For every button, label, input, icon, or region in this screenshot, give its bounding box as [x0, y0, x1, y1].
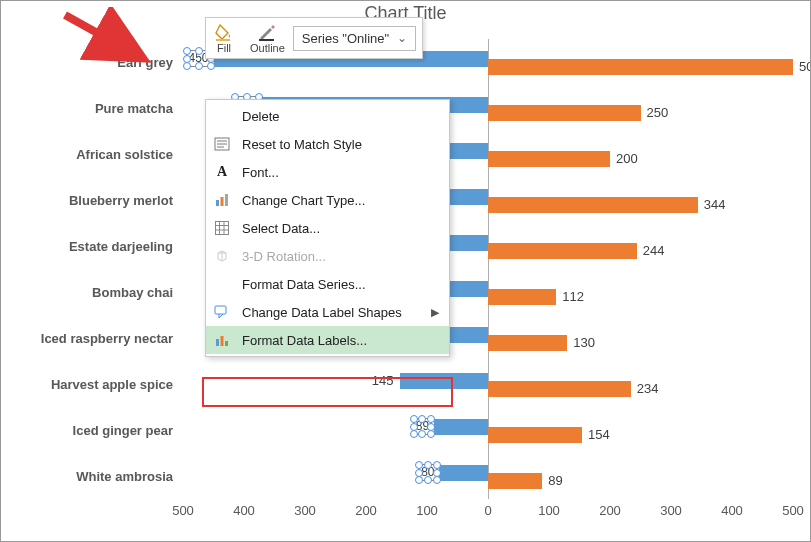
selection-handle[interactable]: [424, 476, 432, 484]
menu-font-label: Font...: [242, 165, 279, 180]
menu-format-series-label: Format Data Series...: [242, 277, 366, 292]
x-tick-label: 400: [721, 503, 743, 518]
cube-icon: [212, 247, 232, 265]
data-label-online[interactable]: 244: [637, 243, 665, 259]
bar-in-store[interactable]: [434, 419, 488, 435]
data-label-online[interactable]: 112: [556, 289, 584, 305]
menu-3d-label: 3-D Rotation...: [242, 249, 326, 264]
bar-online[interactable]: [488, 151, 610, 167]
chart-row: 234145: [183, 369, 793, 399]
bar-in-store[interactable]: [400, 373, 488, 389]
x-tick-label: 500: [172, 503, 194, 518]
bar-in-store[interactable]: [439, 465, 488, 481]
x-tick-label: 300: [294, 503, 316, 518]
bar-online[interactable]: [488, 59, 793, 75]
selection-handle[interactable]: [418, 415, 426, 423]
fill-icon: [214, 22, 234, 42]
outline-icon: [250, 22, 285, 42]
x-tick-label: 300: [660, 503, 682, 518]
menu-format-labels-label: Format Data Labels...: [242, 333, 367, 348]
category-label: Harvest apple spice: [51, 377, 173, 392]
selection-handle[interactable]: [433, 461, 441, 469]
svg-line-0: [65, 15, 137, 55]
bar-online[interactable]: [488, 105, 641, 121]
selection-handle[interactable]: [195, 47, 203, 55]
chart-type-icon: [212, 191, 232, 209]
bar-online[interactable]: [488, 243, 637, 259]
selection-handle[interactable]: [427, 415, 435, 423]
label-shape-icon: [212, 303, 232, 321]
bar-online[interactable]: [488, 335, 567, 351]
menu-format-data-labels[interactable]: Format Data Labels...: [206, 326, 449, 354]
selection-handle[interactable]: [433, 476, 441, 484]
blank-icon: [212, 275, 232, 293]
selection-handle[interactable]: [415, 461, 423, 469]
selection-handle[interactable]: [424, 461, 432, 469]
x-tick-label: 100: [538, 503, 560, 518]
data-label-online[interactable]: 130: [567, 335, 595, 351]
menu-select-data[interactable]: Select Data...: [206, 214, 449, 242]
selection-handle[interactable]: [207, 62, 215, 70]
x-tick-label: 400: [233, 503, 255, 518]
category-axis: Earl greyPure matchaAfrican solsticeBlue…: [1, 39, 181, 499]
x-tick-label: 0: [484, 503, 491, 518]
selection-handle[interactable]: [410, 415, 418, 423]
svg-rect-9: [216, 339, 219, 346]
menu-change-type-label: Change Chart Type...: [242, 193, 365, 208]
data-label-online[interactable]: 200: [610, 151, 638, 167]
selection-handle[interactable]: [410, 430, 418, 438]
data-label-online[interactable]: 154: [582, 427, 610, 443]
menu-change-shapes-label: Change Data Label Shapes: [242, 305, 402, 320]
selected-data-label[interactable]: 80: [418, 464, 437, 481]
mini-toolbar: Fill Outline Series "Online" ⌄: [205, 17, 423, 59]
menu-reset-style[interactable]: Reset to Match Style: [206, 130, 449, 158]
data-label-in-store[interactable]: 145: [372, 373, 400, 389]
bar-online[interactable]: [488, 289, 556, 305]
category-label: Bombay chai: [92, 285, 173, 300]
selection-handle[interactable]: [195, 62, 203, 70]
series-selector-dropdown[interactable]: Series "Online" ⌄: [293, 26, 416, 51]
outline-button[interactable]: Outline: [242, 18, 293, 58]
bar-online[interactable]: [488, 473, 542, 489]
svg-rect-1: [216, 39, 230, 41]
svg-rect-8: [215, 306, 226, 314]
selection-handle[interactable]: [427, 423, 435, 431]
chart-row: 89: [183, 461, 793, 491]
svg-rect-2: [259, 39, 274, 41]
selection-handle[interactable]: [183, 62, 191, 70]
selection-handle[interactable]: [427, 430, 435, 438]
bar-online[interactable]: [488, 427, 582, 443]
data-label-online[interactable]: 344: [698, 197, 726, 213]
data-label-online[interactable]: 250: [641, 105, 669, 121]
svg-rect-10: [221, 336, 224, 346]
selected-data-label[interactable]: 89: [413, 418, 432, 435]
bar-online[interactable]: [488, 381, 631, 397]
selection-handle[interactable]: [183, 55, 191, 63]
data-label-online[interactable]: 89: [542, 473, 562, 489]
bar-online[interactable]: [488, 197, 698, 213]
font-icon: A: [212, 163, 232, 181]
svg-rect-6: [225, 194, 228, 206]
selection-handle[interactable]: [410, 423, 418, 431]
selection-handle[interactable]: [183, 47, 191, 55]
menu-change-chart-type[interactable]: Change Chart Type...: [206, 186, 449, 214]
data-label-online[interactable]: 234: [631, 381, 659, 397]
selection-handle[interactable]: [415, 469, 423, 477]
svg-rect-7: [216, 222, 229, 235]
selection-handle[interactable]: [433, 469, 441, 477]
data-label-online[interactable]: 500: [793, 59, 811, 75]
blank-icon: [212, 107, 232, 125]
menu-3d-rotation: 3-D Rotation...: [206, 242, 449, 270]
svg-rect-4: [216, 200, 219, 206]
menu-font[interactable]: A Font...: [206, 158, 449, 186]
value-axis: 5004003002001000100200300400500: [183, 503, 793, 529]
category-label: Blueberry merlot: [69, 193, 173, 208]
menu-delete[interactable]: Delete: [206, 102, 449, 130]
menu-reset-label: Reset to Match Style: [242, 137, 362, 152]
menu-delete-label: Delete: [242, 109, 280, 124]
menu-format-data-series[interactable]: Format Data Series...: [206, 270, 449, 298]
category-label: Estate darjeeling: [69, 239, 173, 254]
category-label: Iced ginger pear: [73, 423, 173, 438]
menu-change-label-shapes[interactable]: Change Data Label Shapes ▶: [206, 298, 449, 326]
fill-button[interactable]: Fill: [206, 18, 242, 58]
